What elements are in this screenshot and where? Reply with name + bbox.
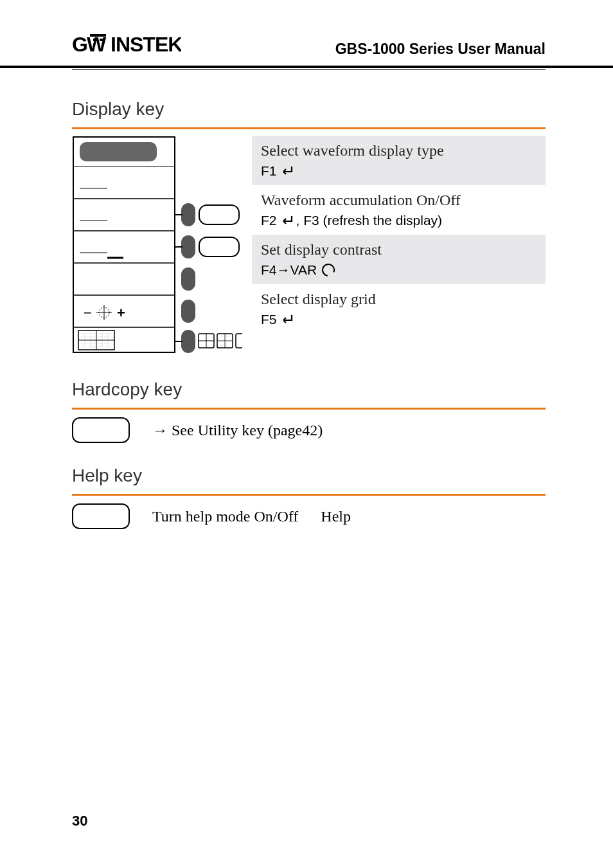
hardcopy-text: → See Utility key (page42) xyxy=(152,422,323,439)
svg-rect-3 xyxy=(93,39,97,41)
display-key-title: Display key xyxy=(72,99,546,120)
info-key: F4→VAR xyxy=(261,262,537,278)
svg-text:G: G xyxy=(72,33,87,55)
section-rule xyxy=(72,127,546,129)
display-section: − + xyxy=(72,136,546,357)
svg-text:−: − xyxy=(84,305,92,321)
help-text-row: Turn help mode On/Off Help xyxy=(152,508,351,525)
svg-rect-21 xyxy=(73,263,175,295)
enter-icon xyxy=(279,214,294,227)
help-text-1: Turn help mode On/Off xyxy=(152,508,298,525)
key-label: F4→VAR xyxy=(261,262,317,278)
enter-icon xyxy=(279,165,294,177)
svg-rect-29 xyxy=(181,300,195,323)
info-title: Waveform accumulation On/Off xyxy=(261,192,537,209)
svg-rect-4 xyxy=(100,39,103,41)
page-number: 30 xyxy=(72,813,87,829)
display-info-column: Select waveform display type F1 Waveform… xyxy=(252,136,546,334)
help-row: Turn help mode On/Off Help xyxy=(72,503,546,529)
hardcopy-key-icon xyxy=(72,417,130,443)
page-header: G W INSTEK GBS-1000 Series User Manual xyxy=(0,0,613,68)
brand-logo: G W INSTEK xyxy=(72,32,181,60)
info-key: F5 xyxy=(261,312,537,327)
info-key: F1 xyxy=(261,163,537,179)
info-row-f1: Select waveform display type F1 xyxy=(252,136,546,185)
svg-text:INSTEK: INSTEK xyxy=(111,33,181,55)
help-text-2: Help xyxy=(321,508,351,525)
svg-rect-15 xyxy=(73,231,175,263)
key-suffix: , F3 (refresh the display) xyxy=(296,213,443,228)
logo-svg: G W INSTEK xyxy=(72,32,181,55)
svg-rect-8 xyxy=(73,167,175,199)
help-section: Help key Turn help mode On/Off Help xyxy=(72,466,546,529)
svg-rect-14 xyxy=(199,205,239,224)
key-label: F2 xyxy=(261,213,277,228)
section-rule xyxy=(72,408,546,410)
info-row-f4: Set display contrast F4→VAR xyxy=(252,235,546,284)
help-key-title: Help key xyxy=(72,466,546,486)
hardcopy-section: Hardcopy key → See Utility key (page42) xyxy=(72,379,546,443)
svg-rect-18 xyxy=(181,235,195,258)
svg-rect-20 xyxy=(199,237,239,257)
manual-title: GBS-1000 Series User Manual xyxy=(335,41,546,60)
section-rule xyxy=(72,494,546,496)
key-label: F1 xyxy=(261,163,277,179)
svg-text:+: + xyxy=(117,305,125,321)
svg-rect-52 xyxy=(236,334,242,348)
key-label: F5 xyxy=(261,312,277,327)
svg-rect-22 xyxy=(181,267,195,291)
info-row-f2: Waveform accumulation On/Off F2 , F3 (re… xyxy=(252,185,546,235)
svg-point-53 xyxy=(321,263,335,277)
help-key-icon xyxy=(72,503,130,529)
svg-rect-2 xyxy=(90,34,106,37)
svg-rect-7 xyxy=(80,142,157,161)
svg-rect-12 xyxy=(181,203,195,226)
info-title: Select waveform display type xyxy=(261,142,537,159)
info-title: Set display contrast xyxy=(261,241,537,258)
hardcopy-row: → See Utility key (page42) xyxy=(72,417,546,443)
svg-rect-42 xyxy=(181,330,195,353)
display-menu-icon: − + xyxy=(72,136,242,354)
info-key: F2 , F3 (refresh the display) xyxy=(261,213,537,228)
hardcopy-key-title: Hardcopy key xyxy=(72,379,546,400)
display-key-graphic: − + xyxy=(72,136,242,357)
info-title: Select display grid xyxy=(261,291,537,308)
info-row-f5: Select display grid F5 xyxy=(252,284,546,334)
var-knob-icon xyxy=(321,263,335,277)
enter-icon xyxy=(279,313,294,326)
svg-rect-10 xyxy=(73,199,175,231)
main-content: Display key xyxy=(0,70,613,529)
